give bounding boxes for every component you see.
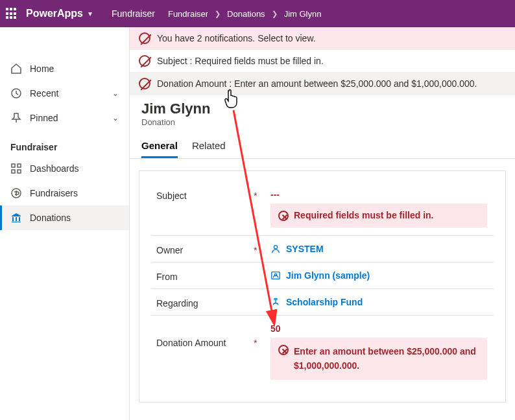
error-text: Enter an amount between $25,000.000 and …	[294, 344, 479, 373]
record-header: Jim Glynn Donation	[130, 95, 515, 131]
home-icon	[10, 63, 22, 75]
nav-label: Fundraisers	[30, 188, 78, 198]
field-value[interactable]: Scholarship Fund	[270, 297, 487, 307]
field-value[interactable]: Jim Glynn (sample)	[270, 270, 487, 281]
main-content: You have 2 notifications. Select to view…	[130, 27, 515, 420]
tab-related[interactable]: Related	[192, 140, 226, 158]
breadcrumb-item[interactable]: Donations	[227, 9, 265, 19]
app-launcher-icon[interactable]	[5, 7, 18, 20]
required-marker: *	[254, 320, 267, 348]
notification-item[interactable]: Subject : Required fields must be filled…	[130, 50, 515, 73]
error-icon	[278, 345, 289, 355]
bank-icon	[10, 212, 22, 224]
field-value[interactable]: ---	[270, 189, 280, 200]
person-icon	[270, 244, 281, 254]
nav-item-home[interactable]: Home	[0, 56, 129, 81]
error-text: Required fields must be filled in.	[294, 210, 433, 220]
field-error: Enter an amount between $25,000.000 and …	[270, 338, 487, 380]
error-icon	[139, 32, 150, 44]
svg-rect-7	[18, 170, 21, 173]
nav-label: Recent	[30, 88, 58, 99]
nav-item-recent[interactable]: Recent ⌄	[0, 81, 129, 106]
nav-label: Dashboards	[30, 163, 79, 174]
field-label: Regarding	[156, 293, 254, 309]
breadcrumb-item[interactable]: Jim Glynn	[284, 9, 322, 19]
svg-rect-6	[12, 170, 15, 173]
required-marker: *	[254, 240, 267, 255]
notification-text: Subject : Required fields must be filled…	[157, 56, 324, 66]
form-body: Subject * --- Required fields must be fi…	[139, 170, 506, 402]
nav-label: Pinned	[30, 113, 58, 123]
field-label: From	[156, 266, 254, 282]
breadcrumb-item[interactable]: Fundraiser	[168, 9, 208, 19]
error-icon	[139, 78, 150, 89]
svg-rect-4	[12, 164, 15, 167]
contact-icon	[270, 270, 281, 281]
field-regarding[interactable]: Regarding Scholarship Fund	[151, 289, 494, 316]
notification-text: Donation Amount : Enter an amount betwee…	[157, 78, 477, 89]
app-header: PowerApps ▾ Fundraiser Fundraiser ❯ Dona…	[0, 0, 515, 27]
chevron-down-icon: ⌄	[112, 89, 119, 98]
money-icon	[10, 187, 22, 199]
nav-item-fundraisers[interactable]: Fundraisers	[0, 181, 129, 205]
nav-label: Home	[30, 64, 54, 74]
nav-item-dashboards[interactable]: Dashboards	[0, 156, 129, 181]
chevron-right-icon: ❯	[215, 10, 221, 18]
field-subject[interactable]: Subject * --- Required fields must be fi…	[151, 181, 494, 236]
error-icon	[139, 55, 150, 67]
chevron-down-icon[interactable]: ▾	[88, 9, 92, 18]
field-label: Subject	[156, 185, 254, 201]
tab-general[interactable]: General	[141, 140, 178, 158]
field-donation-amount[interactable]: Donation Amount * 50 Enter an amount bet…	[151, 316, 494, 388]
chevron-right-icon: ❯	[272, 10, 278, 18]
svg-point-9	[274, 246, 277, 249]
field-label: Owner	[156, 240, 254, 255]
clock-icon	[10, 88, 22, 99]
field-from[interactable]: From Jim Glynn (sample)	[151, 262, 494, 289]
field-label: Donation Amount	[156, 320, 254, 348]
nav-item-pinned[interactable]: Pinned ⌄	[0, 106, 129, 130]
field-value[interactable]: 50	[270, 323, 281, 334]
dashboard-icon	[10, 163, 22, 174]
field-owner[interactable]: Owner * SYSTEM	[151, 236, 494, 262]
notification-text: You have 2 notifications. Select to view…	[157, 33, 316, 43]
fund-icon	[270, 297, 281, 307]
pin-icon	[10, 112, 22, 124]
nav-item-donations[interactable]: Donations	[0, 205, 129, 230]
form-tabs: General Related	[130, 131, 515, 159]
nav-collapse-button[interactable]	[0, 27, 129, 56]
error-icon	[278, 211, 289, 221]
record-title: Jim Glynn	[141, 100, 503, 117]
breadcrumb: Fundraiser ❯ Donations ❯ Jim Glynn	[168, 9, 321, 19]
record-type-label: Donation	[141, 117, 503, 127]
chevron-down-icon: ⌄	[112, 113, 119, 122]
site-nav: Home Recent ⌄ Pinned ⌄ Fundraiser Dashbo…	[0, 27, 130, 420]
nav-label: Donations	[30, 213, 71, 223]
notification-item[interactable]: Donation Amount : Enter an amount betwee…	[130, 73, 515, 95]
nav-section-header: Fundraiser	[0, 130, 129, 156]
field-value[interactable]: SYSTEM	[270, 244, 487, 254]
app-name: PowerApps	[26, 8, 83, 19]
field-error: Required fields must be filled in.	[270, 204, 487, 228]
area-name[interactable]: Fundraiser	[112, 8, 155, 19]
notification-summary[interactable]: You have 2 notifications. Select to view…	[130, 27, 515, 50]
svg-rect-5	[18, 164, 21, 167]
required-marker: *	[254, 185, 267, 201]
